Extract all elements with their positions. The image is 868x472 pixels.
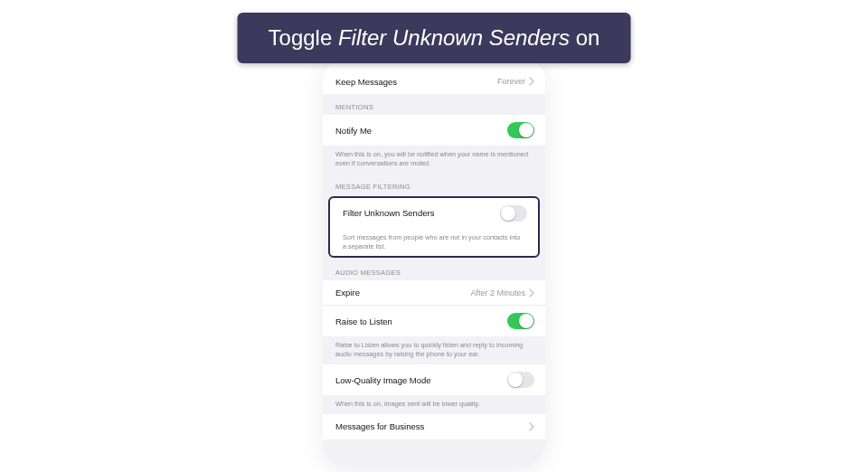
low-quality-row[interactable]: Low-Quality Image Mode [323,364,545,395]
notify-me-row[interactable]: Notify Me [323,115,545,146]
filtering-footer: Sort messages from people who are not in… [330,229,538,257]
mentions-header: MENTIONS [323,94,545,115]
expire-row[interactable]: Expire After 2 Minutes [323,280,545,306]
message-filtering-header: MESSAGE FILTERING [323,174,545,194]
instruction-emph: Filter Unknown Senders [338,25,570,50]
messages-for-business-row[interactable]: Messages for Business [323,414,545,439]
chevron-right-icon [529,422,534,431]
mentions-footer: When this is on, you will be notified wh… [323,146,545,174]
mentions-group: Notify Me [323,115,545,146]
phone-frame: Keep Messages Forever MENTIONS Notify Me… [323,56,545,467]
keep-messages-value: Forever [497,77,525,86]
instruction-banner: Toggle Filter Unknown Senders on [238,13,631,63]
filter-unknown-senders-toggle[interactable] [500,205,527,222]
instruction-prefix: Toggle [269,25,338,50]
chevron-right-icon [529,77,534,86]
instruction-suffix: on [570,25,599,50]
filter-unknown-senders-label: Filter Unknown Senders [343,208,434,218]
keep-messages-row[interactable]: Keep Messages Forever [323,69,545,94]
low-quality-label: Low-Quality Image Mode [335,375,431,385]
low-quality-footer: When this is on, images sent will be low… [323,395,545,414]
settings-screen: Keep Messages Forever MENTIONS Notify Me… [323,56,545,467]
audio-group: Expire After 2 Minutes Raise to Listen [323,280,545,336]
notify-me-label: Notify Me [335,126,372,136]
chevron-right-icon [529,288,534,297]
audio-messages-header: AUDIO MESSAGES [323,260,545,280]
raise-to-listen-label: Raise to Listen [335,316,392,326]
filter-unknown-senders-highlight: Filter Unknown Senders Sort messages fro… [328,196,540,259]
filter-unknown-senders-row[interactable]: Filter Unknown Senders [330,198,538,229]
low-quality-group: Low-Quality Image Mode [323,364,545,395]
expire-label: Expire [335,288,360,297]
low-quality-toggle[interactable] [507,372,534,388]
keep-messages-label: Keep Messages [335,77,397,87]
expire-value: After 2 Minutes [470,288,525,297]
history-group: Keep Messages Forever [323,69,545,94]
messages-for-business-label: Messages for Business [335,421,424,431]
business-group: Messages for Business [323,414,545,439]
notify-me-toggle[interactable] [507,122,534,138]
audio-footer: Raise to Listen allows you to quickly li… [323,336,545,364]
raise-to-listen-toggle[interactable] [507,313,534,329]
raise-to-listen-row[interactable]: Raise to Listen [323,306,545,336]
